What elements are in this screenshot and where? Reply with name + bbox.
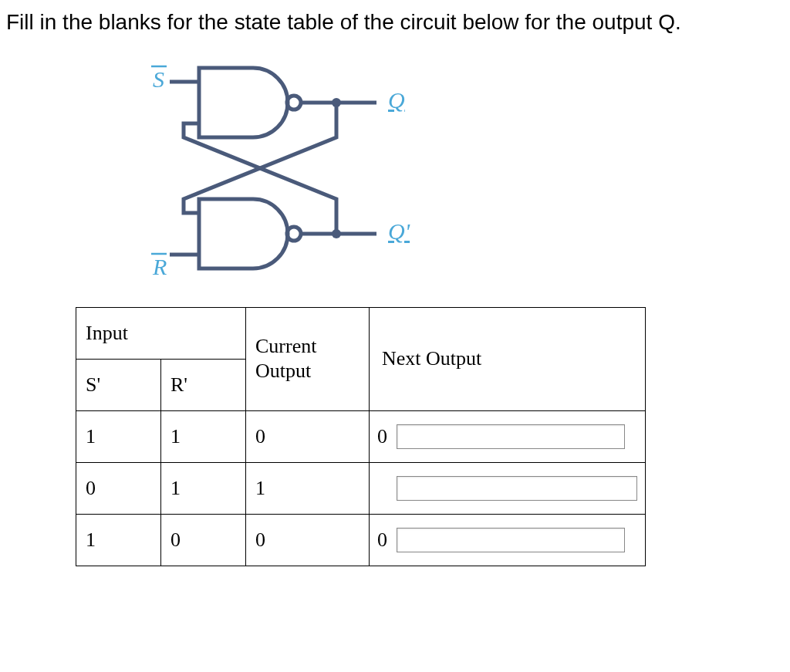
header-r-prime: R' (161, 359, 246, 410)
state-table: Input Current Output Next Output S' R' 1… (76, 307, 646, 566)
circuit-diagram: S R Q Q' (122, 60, 784, 284)
header-input: Input (76, 307, 246, 359)
header-next-output: Next Output (370, 307, 646, 410)
question-prompt: Fill in the blanks for the state table o… (6, 8, 784, 37)
table-row: 1 0 0 0 (76, 514, 646, 566)
label-q: Q (388, 87, 405, 113)
cell-next (370, 462, 646, 514)
cell-r: 0 (161, 514, 246, 566)
answer-input-row1[interactable] (397, 476, 637, 501)
cell-current: 0 (246, 410, 370, 462)
cell-s: 1 (76, 410, 161, 462)
answer-input-row0[interactable] (397, 424, 625, 449)
cell-s: 0 (76, 462, 161, 514)
table-row: 1 1 0 0 (76, 410, 646, 462)
cell-next: 0 (370, 514, 646, 566)
cell-current: 1 (246, 462, 370, 514)
header-s-prime: S' (76, 359, 161, 410)
header-current-output: Current Output (246, 307, 370, 410)
header-current-line1: Current (255, 335, 316, 357)
cell-r: 1 (161, 462, 246, 514)
label-s-bar: S (153, 66, 164, 92)
next-value-text: 0 (377, 528, 388, 552)
header-current-line2: Output (255, 360, 311, 382)
label-r-bar: R (152, 254, 167, 279)
cell-s: 1 (76, 514, 161, 566)
nand-gate-top (199, 68, 288, 137)
next-value-text: 0 (377, 425, 388, 448)
sr-latch-svg: S R Q Q' (122, 60, 446, 284)
label-q-prime: Q' (388, 218, 410, 244)
cell-current: 0 (246, 514, 370, 566)
nand-gate-bottom (199, 199, 288, 268)
cell-next: 0 (370, 410, 646, 462)
cell-r: 1 (161, 410, 246, 462)
answer-input-row2[interactable] (397, 528, 625, 552)
table-row: 0 1 1 (76, 462, 646, 514)
